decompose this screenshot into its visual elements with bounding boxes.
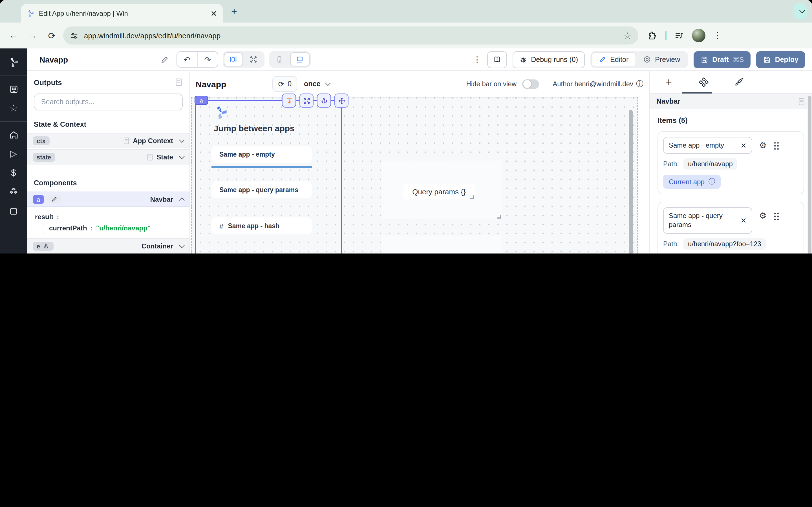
- refresh-icon: ⟳: [278, 80, 284, 88]
- schedules-icon[interactable]: [0, 202, 27, 221]
- workspace-icon[interactable]: [0, 79, 27, 99]
- chevron-down-icon[interactable]: [179, 242, 185, 248]
- resources-icon[interactable]: [0, 182, 27, 202]
- container-d[interactable]: Hash:: [382, 235, 502, 253]
- ctx-row[interactable]: ctx App Context: [27, 133, 190, 148]
- navbar-item-card: Same app - empty ✕ ⚙ Path: u/henri/navap…: [658, 131, 804, 194]
- browser-menu-icon[interactable]: ⋮: [713, 31, 722, 41]
- selected-navbar-component[interactable]: a: [195, 100, 342, 253]
- insert-component-tab[interactable]: +: [662, 75, 675, 89]
- refresh-count-button[interactable]: ⟳ 0: [272, 76, 297, 92]
- back-button[interactable]: ←: [6, 27, 21, 43]
- clear-label-icon[interactable]: ✕: [741, 141, 747, 150]
- nav-item-same-app-empty[interactable]: Same app - empty: [211, 146, 312, 163]
- item-label-input[interactable]: Same app - empty ✕: [663, 137, 752, 154]
- run-mode-select[interactable]: once: [304, 80, 330, 88]
- deploy-button[interactable]: Deploy: [756, 51, 805, 68]
- canvas-scrollbar[interactable]: [629, 110, 633, 253]
- item-label-input[interactable]: Same app - query params ✕: [663, 207, 752, 233]
- component-tag[interactable]: a: [195, 96, 208, 105]
- container-e[interactable]: Query params {}: [382, 161, 502, 219]
- path-value[interactable]: u/henri/navapp?foo=123: [683, 238, 766, 249]
- reload-button[interactable]: ⟳: [44, 27, 60, 43]
- move-arrows-icon: [338, 97, 345, 105]
- app-menu-kebab-icon[interactable]: ⋮: [473, 54, 481, 64]
- clear-label-icon[interactable]: ✕: [741, 216, 747, 225]
- tab-close-icon[interactable]: ✕: [211, 9, 217, 17]
- fullwidth-layout-button[interactable]: [244, 52, 263, 66]
- info-icon[interactable]: ⓘ: [709, 177, 715, 186]
- windmill-logo[interactable]: [0, 53, 27, 72]
- component-id: e: [37, 242, 40, 249]
- component-id-chip[interactable]: e: [33, 241, 54, 250]
- mobile-view-button[interactable]: [270, 52, 289, 66]
- path-value[interactable]: u/henri/navapp: [683, 158, 737, 170]
- bookmark-star-icon[interactable]: ☆: [623, 30, 631, 41]
- edit-id-chip[interactable]: [47, 195, 61, 203]
- resize-corner[interactable]: [470, 195, 474, 199]
- debug-runs-button[interactable]: Debug runs (0): [512, 51, 585, 68]
- undo-button[interactable]: ↶: [177, 52, 197, 67]
- item-settings-gear-icon[interactable]: ⚙: [759, 141, 767, 149]
- drag-handle-icon[interactable]: [773, 212, 780, 221]
- new-tab-button[interactable]: +: [231, 7, 237, 17]
- component-row-e[interactable]: e Container: [27, 238, 190, 253]
- edit-title-pencil-icon[interactable]: [157, 52, 172, 67]
- state-chip[interactable]: state: [33, 152, 55, 161]
- currentpath-value[interactable]: "u/henri/navapp": [96, 224, 151, 232]
- desktop-view-button[interactable]: [290, 52, 309, 66]
- info-icon[interactable]: ⓘ: [636, 79, 644, 89]
- toolbar-separator: [665, 31, 666, 40]
- panel-doc-icon[interactable]: [175, 78, 183, 87]
- home-icon[interactable]: [0, 125, 27, 144]
- nav-item-query-params[interactable]: Same app - query params: [211, 181, 312, 198]
- search-input[interactable]: [40, 98, 176, 107]
- chevron-up-icon[interactable]: [179, 197, 185, 203]
- panel-doc-icon[interactable]: [798, 97, 805, 106]
- runs-icon[interactable]: ▷: [0, 144, 27, 163]
- drag-handle-icon[interactable]: [773, 142, 780, 151]
- editor-tab[interactable]: Editor: [592, 52, 636, 67]
- component-settings-tab[interactable]: [697, 75, 711, 89]
- expand-down-handle[interactable]: [282, 94, 296, 108]
- panel-scrollbar-thumb[interactable]: [808, 96, 811, 253]
- app-canvas[interactable]: a: [191, 97, 638, 253]
- favorites-star-icon[interactable]: ☆: [0, 99, 27, 118]
- currentpath-key[interactable]: currentPath: [49, 224, 87, 232]
- site-settings-icon[interactable]: [70, 31, 79, 40]
- center-layout-button[interactable]: [223, 52, 243, 66]
- media-queue-icon[interactable]: [674, 31, 684, 40]
- resize-corner[interactable]: [497, 215, 501, 219]
- anchor-handle[interactable]: [317, 94, 331, 108]
- chevron-down-icon[interactable]: [179, 137, 185, 143]
- pencil-icon: [599, 56, 606, 63]
- state-row[interactable]: state State: [27, 149, 190, 165]
- extensions-icon[interactable]: [647, 31, 657, 40]
- ctx-chip[interactable]: ctx: [33, 136, 50, 145]
- result-key[interactable]: result: [35, 213, 53, 221]
- outputs-title: Outputs: [34, 78, 62, 87]
- draft-button[interactable]: Draft ⌘S: [694, 51, 751, 68]
- component-row-navbar[interactable]: a Navbar: [27, 191, 190, 207]
- nav-item-hash[interactable]: # Same app - hash: [211, 217, 312, 234]
- profile-avatar[interactable]: [692, 29, 705, 42]
- docs-book-button[interactable]: [487, 51, 507, 68]
- variables-icon[interactable]: $: [0, 163, 27, 182]
- address-bar[interactable]: app.windmill.dev/apps/edit/u/henri/navap…: [63, 26, 638, 45]
- expand-handle[interactable]: [299, 94, 313, 108]
- tabstrip-chevron-button[interactable]: [794, 3, 808, 20]
- outputs-search[interactable]: [34, 94, 183, 110]
- hide-bar-toggle[interactable]: [522, 79, 539, 89]
- chevron-down-icon: [325, 80, 331, 86]
- styling-tab[interactable]: [732, 75, 746, 89]
- canvas-app-title: Navapp: [196, 79, 226, 89]
- redo-button[interactable]: ↷: [197, 52, 217, 67]
- query-params-text[interactable]: Query params {}: [403, 184, 475, 200]
- item-settings-gear-icon[interactable]: ⚙: [759, 211, 767, 220]
- chevron-down-icon[interactable]: [179, 153, 185, 159]
- component-id-chip[interactable]: a: [33, 194, 44, 204]
- preview-tab[interactable]: Preview: [636, 52, 687, 67]
- move-handle[interactable]: [335, 94, 349, 108]
- browser-tab[interactable]: Edit App u/henri/navapp | Win ✕: [21, 4, 223, 22]
- forward-button[interactable]: →: [25, 27, 41, 43]
